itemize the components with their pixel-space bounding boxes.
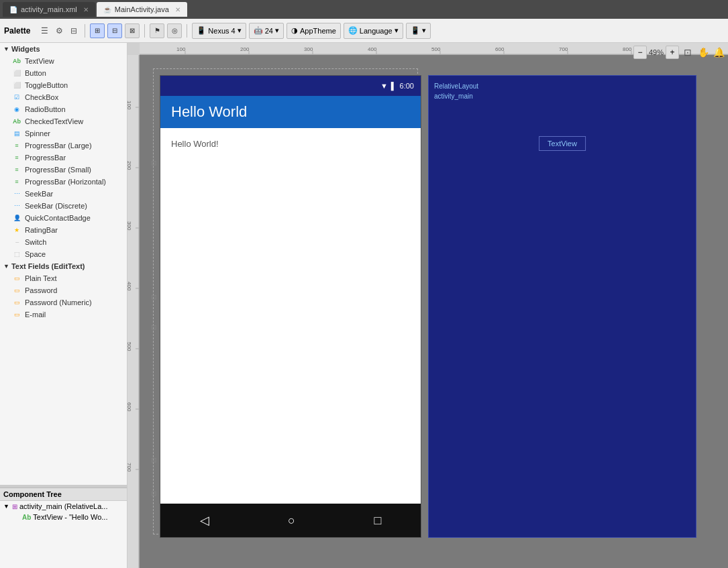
svg-text:600: 600 <box>127 402 132 412</box>
palette-item-button[interactable]: ⬜ Button <box>0 67 127 79</box>
main-layout: ▼ Widgets Ab TextView ⬜ Button ⬜ ToggleB… <box>0 43 728 568</box>
widgets-section-header[interactable]: ▼ Widgets <box>0 43 127 55</box>
svg-text:300: 300 <box>304 46 313 52</box>
api-label: 24 <box>265 27 273 35</box>
tab-activity-main-xml[interactable]: 📄 activity_main.xml ✕ <box>3 2 95 17</box>
api-dropdown-arrow: ▾ <box>275 26 279 35</box>
form-factor-icon: 📱 <box>411 26 420 35</box>
svg-text:300: 300 <box>127 221 132 231</box>
palette-item-password-numeric[interactable]: ▭ Password (Numeric) <box>0 296 127 308</box>
nav-back-btn[interactable]: ◁ <box>200 513 209 528</box>
tab-mainactivity-label: MainActivity.java <box>115 5 169 13</box>
tree-item-textview[interactable]: Ab TextView - "Hello Wo... <box>0 512 127 522</box>
tab-mainactivity-java[interactable]: ☕ MainActivity.java ✕ <box>97 2 187 17</box>
palette-item-seekbar-discrete[interactable]: ⋯ SeekBar (Discrete) <box>0 200 127 212</box>
svg-text:100: 100 <box>176 46 186 52</box>
tab-mainactivity-close[interactable]: ✕ <box>175 6 180 13</box>
palette-item-spinner[interactable]: ▤ Spinner <box>0 127 127 139</box>
palette-item-email[interactable]: ▭ E-mail <box>0 308 127 321</box>
blueprint-layout-label: RelativeLayout activity_main <box>434 81 478 101</box>
tree-layout-icon: ⊞ <box>12 503 17 510</box>
zoom-bell-btn[interactable]: 🔔 <box>712 46 725 59</box>
blueprint-textview-box: TextView <box>539 136 586 151</box>
blueprint-layout-name: RelativeLayout <box>434 82 478 90</box>
palette-item-checkbox[interactable]: ☑ CheckBox <box>0 91 127 103</box>
layout-text-btn[interactable]: ⊠ <box>125 23 140 38</box>
nav-recent-btn[interactable]: □ <box>374 514 381 528</box>
tree-textview-icon: Ab <box>22 514 31 521</box>
hello-world-text: Hello World! <box>171 139 219 149</box>
palette-item-progressbar-small[interactable]: ≡ ProgressBar (Small) <box>0 164 127 176</box>
layout-circle-btn[interactable]: ◎ <box>167 23 182 38</box>
component-tree-label: Component Tree <box>3 490 62 498</box>
layout-split-btn[interactable]: ⊟ <box>107 23 122 38</box>
zoom-controls: − 49% + ⊡ ✋ 🔔 <box>633 46 725 59</box>
svg-text:500: 500 <box>127 342 132 351</box>
layout-design-btn[interactable]: ⊞ <box>90 23 105 38</box>
nav-home-btn[interactable]: ○ <box>288 514 295 528</box>
palette-item-checkedtextview[interactable]: Ab CheckedTextView <box>0 115 127 127</box>
palette-item-togglebutton[interactable]: ⬜ ToggleButton <box>0 79 127 91</box>
palette-item-switch[interactable]: ⏤ Switch <box>0 236 127 248</box>
quickcontactbadge-icon: 👤 <box>12 213 21 223</box>
palette-space-label: Space <box>25 250 46 258</box>
palette-item-seekbar[interactable]: ⋯ SeekBar <box>0 188 127 200</box>
checkbox-icon: ☑ <box>12 93 21 102</box>
space-icon: ⬚ <box>12 249 21 259</box>
language-dropdown[interactable]: 🌐 Language ▾ <box>344 23 403 39</box>
palette-item-textview[interactable]: Ab TextView <box>0 55 127 67</box>
palette-section: ▼ Widgets Ab TextView ⬜ Button ⬜ ToggleB… <box>0 43 127 485</box>
palette-item-space[interactable]: ⬚ Space <box>0 248 127 260</box>
palette-item-progressbar-large[interactable]: ≡ ProgressBar (Large) <box>0 139 127 152</box>
palette-button-label: Button <box>25 69 46 77</box>
palette-item-password[interactable]: ▭ Password <box>0 284 127 296</box>
palette-item-plain-text[interactable]: ▭ Plain Text <box>0 272 127 284</box>
canvas-content[interactable]: ▼ ▌ 6:00 Hello World Hello World! ◁ ○ □ <box>140 55 728 568</box>
text-fields-section-label: Text Fields (EditText) <box>11 262 85 270</box>
palette-radiobutton-label: RadioButton <box>25 105 66 113</box>
form-factor-dropdown[interactable]: 📱 ▾ <box>406 23 431 39</box>
svg-text:700: 700 <box>559 46 568 52</box>
palette-item-progressbar-horizontal[interactable]: ≡ ProgressBar (Horizontal) <box>0 176 127 188</box>
radiobutton-icon: ◉ <box>12 105 21 114</box>
api-dropdown[interactable]: 🤖 24 ▾ <box>249 23 284 39</box>
progressbar-icon: ≡ <box>12 153 21 162</box>
drag-handle-3: ⊟ <box>150 325 158 330</box>
java-file-icon: ☕ <box>103 6 111 13</box>
blueprint-textview-label: TextView <box>548 139 577 148</box>
tab-activity-main-close[interactable]: ✕ <box>83 6 89 13</box>
zoom-fit-btn[interactable]: ⊡ <box>681 46 694 59</box>
main-toolbar: Palette ☰ ⚙ ⊟ ⊞ ⊟ ⊠ ⚑ ◎ 📱 Nexus 4 ▾ 🤖 24… <box>0 19 728 43</box>
togglebutton-icon: ⬜ <box>12 80 21 90</box>
palette-item-radiobutton[interactable]: ◉ RadioButton <box>0 103 127 115</box>
tree-textview-label: TextView - "Hello Wo... <box>33 513 107 521</box>
svg-text:400: 400 <box>127 282 132 291</box>
device-dropdown[interactable]: 📱 Nexus 4 ▾ <box>192 23 246 39</box>
blueprint-panel: RelativeLayout activity_main TextView <box>428 75 696 538</box>
component-tree: Component Tree ▼ ⊞ activity_main (Relati… <box>0 488 127 568</box>
palette-spinner-label: Spinner <box>25 129 50 137</box>
status-time: 6:00 <box>400 82 414 90</box>
palette-item-ratingbar[interactable]: ★ RatingBar <box>0 224 127 236</box>
checkedtextview-icon: Ab <box>12 117 21 126</box>
device-nav-bar: ◁ ○ □ <box>160 504 421 537</box>
text-fields-section-header[interactable]: ▼ Text Fields (EditText) <box>0 260 127 272</box>
zoom-out-btn[interactable]: − <box>633 46 647 59</box>
theme-dropdown[interactable]: ◑ AppTheme <box>287 23 341 39</box>
toolbar-sep-1 <box>85 24 85 38</box>
language-label: Language <box>360 27 393 35</box>
zoom-hand-btn[interactable]: ✋ <box>696 46 710 59</box>
palette-gear-btn[interactable]: ⚙ <box>53 25 65 37</box>
svg-text:400: 400 <box>368 46 377 52</box>
palette-progressbar-large-label: ProgressBar (Large) <box>25 141 92 150</box>
zoom-in-btn[interactable]: + <box>666 46 679 59</box>
canvas-area[interactable]: − 49% + ⊡ ✋ 🔔 100 200 300 400 500 <box>127 43 728 568</box>
palette-item-quickcontactbadge[interactable]: 👤 QuickContactBadge <box>0 212 127 224</box>
toolbar-sep-3 <box>187 24 187 38</box>
tree-item-activity-main[interactable]: ▼ ⊞ activity_main (RelativeLa... <box>0 501 127 512</box>
palette-plain-text-label: Plain Text <box>25 274 57 282</box>
palette-filter-btn[interactable]: ⊟ <box>68 25 80 37</box>
palette-item-progressbar[interactable]: ≡ ProgressBar <box>0 152 127 164</box>
palette-settings-btn[interactable]: ☰ <box>38 25 50 37</box>
layout-flag-btn[interactable]: ⚑ <box>150 23 164 38</box>
